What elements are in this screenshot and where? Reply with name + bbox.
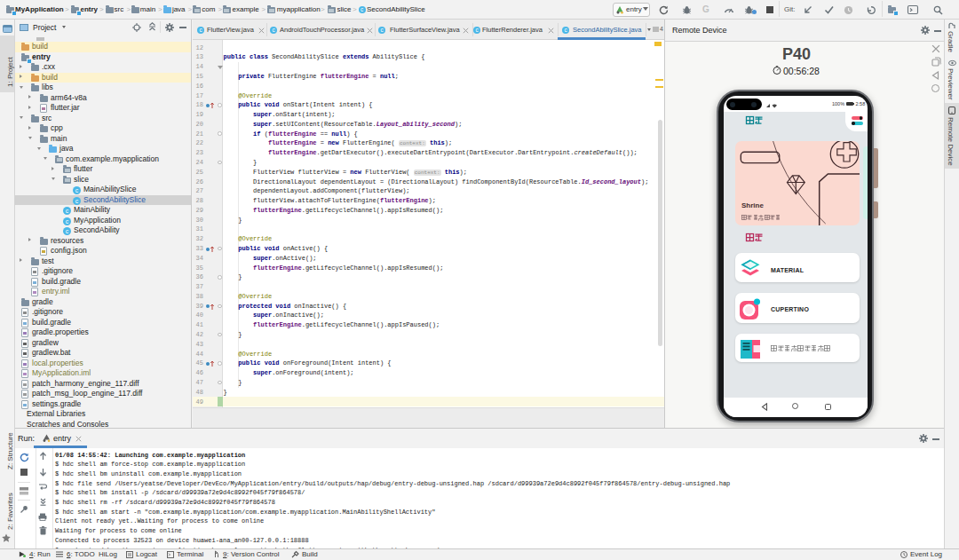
svg-text:Shrine: Shrine xyxy=(741,201,764,209)
